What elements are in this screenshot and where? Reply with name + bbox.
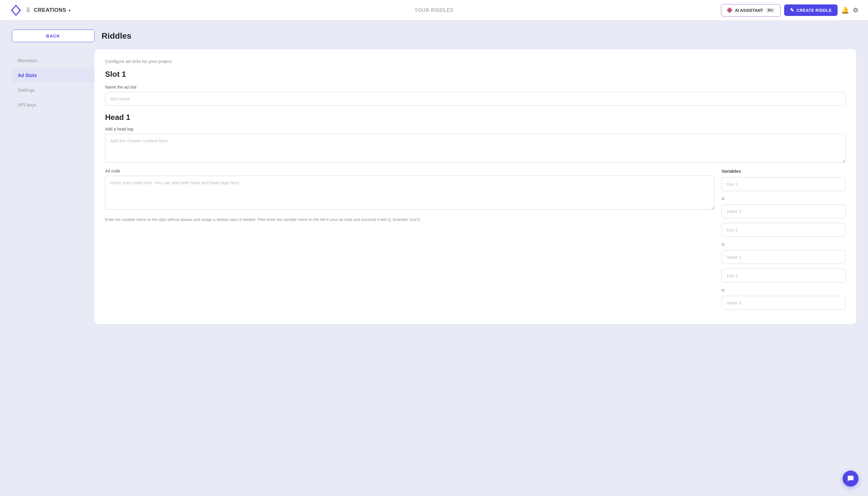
sidebar-api-keys-label: API keys xyxy=(18,103,36,107)
creations-nav[interactable]: ⠿ CREATIONS ▾ xyxy=(26,7,71,14)
content-layout: Members Ad Slots Settings API keys Confi… xyxy=(12,49,856,324)
head-tag-textarea[interactable] xyxy=(105,134,846,163)
value3-input[interactable] xyxy=(722,296,846,310)
sidebar: Members Ad Slots Settings API keys xyxy=(12,49,94,324)
key3-input[interactable] xyxy=(722,269,846,282)
bell-icon[interactable]: 🔔 xyxy=(841,6,849,14)
chevron-down-icon: ▾ xyxy=(68,8,71,13)
equals-sign-2: = xyxy=(722,242,846,248)
create-riddle-button[interactable]: ✎ CREATE RIDDLE xyxy=(784,4,838,16)
edit-icon: ✎ xyxy=(790,7,794,13)
header-center: YOUR RIDDLES xyxy=(415,8,453,13)
sidebar-item-settings[interactable]: Settings xyxy=(12,83,94,97)
main-content-panel: Configure ad slots for your project Slot… xyxy=(94,49,856,324)
header: ⠿ CREATIONS ▾ YOUR RIDDLES AI ASSISTANT … xyxy=(0,0,868,21)
nav-label: CREATIONS xyxy=(34,7,66,13)
ad-code-hint: Enter the variable name on the right wit… xyxy=(105,217,714,223)
slot-name-input[interactable] xyxy=(105,92,846,106)
sidebar-settings-label: Settings xyxy=(18,88,35,93)
ad-code-textarea[interactable] xyxy=(105,176,714,210)
logo-area: ⠿ CREATIONS ▾ xyxy=(10,4,71,17)
value1-input[interactable] xyxy=(722,204,846,218)
sidebar-ad-slots-label: Ad Slots xyxy=(18,73,37,78)
logo-icon xyxy=(10,4,22,17)
sidebar-item-ad-slots[interactable]: Ad Slots xyxy=(12,69,94,82)
back-button[interactable]: BACK xyxy=(12,30,94,42)
sidebar-members-label: Members xyxy=(18,58,37,63)
ai-button-label: AI ASSISTANT xyxy=(735,8,763,13)
chat-button[interactable] xyxy=(842,470,858,486)
gear-icon[interactable]: ⚙ xyxy=(853,6,858,14)
your-riddles-label: YOUR RIDDLES xyxy=(415,8,453,13)
variables-column: Variables = = = xyxy=(722,169,846,314)
sidebar-item-members[interactable]: Members xyxy=(12,54,94,67)
two-col-layout: Ad code Enter the variable name on the r… xyxy=(105,169,846,314)
page-title: Riddles xyxy=(102,31,131,41)
ad-code-column: Ad code Enter the variable name on the r… xyxy=(105,169,714,314)
head-tag-label: Add a head tag xyxy=(105,127,846,131)
equals-sign-3: = xyxy=(722,287,846,293)
equals-sign-1: = xyxy=(722,196,846,202)
main-container: BACK Riddles Members Ad Slots Settings A… xyxy=(0,21,868,333)
config-subtitle: Configure ad slots for your project xyxy=(105,59,846,64)
slot-name-label: Name the ad slot xyxy=(105,85,846,90)
ad-code-label: Ad code xyxy=(105,169,714,173)
head-title: Head 1 xyxy=(105,113,846,122)
page-title-row: BACK Riddles xyxy=(12,30,856,42)
ai-shortcut: ⌘K xyxy=(765,8,775,13)
groups-icon: ⠿ xyxy=(26,7,30,14)
value2-input[interactable] xyxy=(722,250,846,264)
slot-title: Slot 1 xyxy=(105,70,846,79)
key1-input[interactable] xyxy=(722,177,846,191)
sidebar-item-api-keys[interactable]: API keys xyxy=(12,98,94,112)
variables-label: Variables xyxy=(722,169,846,174)
header-actions: AI ASSISTANT ⌘K ✎ CREATE RIDDLE 🔔 ⚙ xyxy=(721,4,858,17)
svg-marker-0 xyxy=(12,5,20,15)
key2-input[interactable] xyxy=(722,223,846,237)
chat-icon xyxy=(847,475,854,482)
ai-diamond-icon xyxy=(727,7,732,13)
create-button-label: CREATE RIDDLE xyxy=(796,8,832,13)
ai-assistant-button[interactable]: AI ASSISTANT ⌘K xyxy=(721,4,780,17)
